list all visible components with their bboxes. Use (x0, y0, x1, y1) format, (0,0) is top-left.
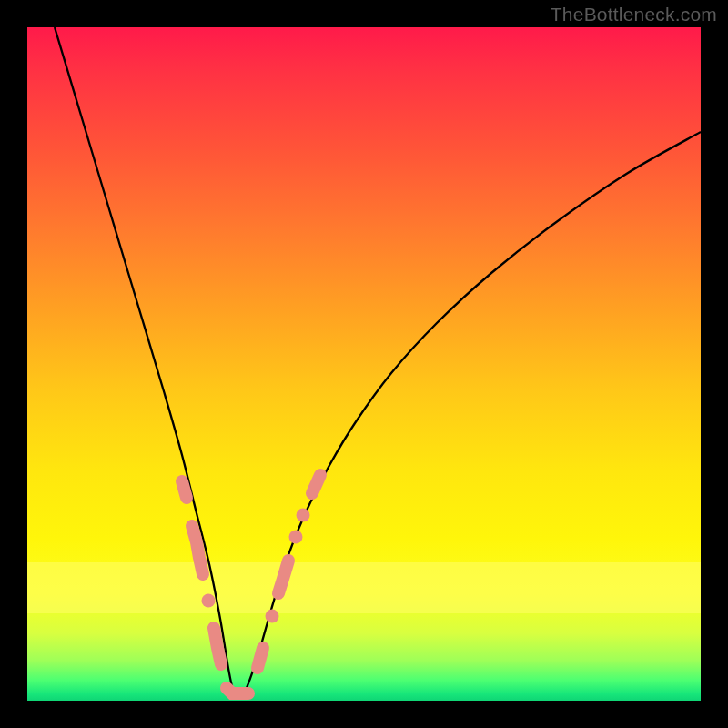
plot-area (27, 27, 701, 701)
highlight-dot (297, 509, 310, 522)
highlight-dot (289, 531, 303, 544)
highlight-segment (214, 628, 221, 664)
highlight-dot (266, 610, 279, 623)
highlight-segment (312, 475, 320, 493)
watermark-text: TheBottleneck.com (551, 4, 717, 25)
highlight-segment (227, 688, 248, 693)
curve-layer (27, 27, 701, 701)
highlight-segment (258, 648, 263, 668)
highlight-segment (278, 561, 288, 593)
chart-frame: TheBottleneck.com (0, 0, 728, 728)
highlight-dot (202, 594, 216, 608)
highlight-dot-group (182, 475, 320, 693)
main-curve-line (55, 27, 701, 697)
highlight-segment (182, 481, 187, 498)
